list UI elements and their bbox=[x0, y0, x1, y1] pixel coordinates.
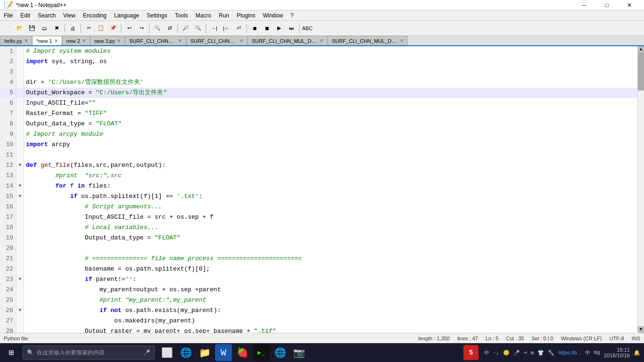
menu-tools[interactable]: Tools bbox=[171, 10, 192, 20]
unindent-button[interactable]: |← bbox=[221, 23, 232, 34]
menu-help[interactable]: ? bbox=[287, 10, 297, 20]
spellcheck-button[interactable]: ABC bbox=[302, 23, 313, 34]
title-bar: 📝 *new 1 - Notepad++ ─ □ ✕ bbox=[0, 0, 644, 10]
minimize-button[interactable]: ─ bbox=[573, 0, 595, 10]
indent-button[interactable]: →| bbox=[208, 23, 220, 34]
menu-macro[interactable]: Macro bbox=[192, 10, 215, 20]
line-7: 7 Raster_Format = "TIFF" bbox=[0, 108, 637, 119]
taskbar: ⊞ 🔍 在这里输入你要搜索的内容 🎤 ⬜ 🌐 📁 W 🍓 ▶_ 🌐 📷 S 中 … bbox=[0, 343, 644, 362]
menu-plugins[interactable]: Plugins bbox=[233, 10, 259, 20]
notifications-button[interactable]: 🔔 bbox=[634, 350, 640, 356]
find-button[interactable]: 🔍 bbox=[152, 23, 163, 34]
scroll-up-button[interactable]: ▲ bbox=[638, 46, 644, 53]
tab-close-new3-py[interactable]: ✕ bbox=[117, 38, 121, 43]
chinese-label: 中 bbox=[484, 349, 489, 356]
close-button[interactable]: ✕ bbox=[619, 0, 640, 10]
tab-surf-tem2[interactable]: SURF_CLI_CHN_MUL_DAY-TEM-12001-195103.TX… bbox=[328, 36, 408, 45]
menu-language[interactable]: Language bbox=[110, 10, 143, 20]
tab-new1[interactable]: *new 1 ✕ bbox=[32, 36, 62, 45]
tab-close-new2[interactable]: ✕ bbox=[82, 38, 86, 43]
terminal-button[interactable]: ▶_ bbox=[253, 344, 270, 361]
macro-play-button[interactable]: ▶ bbox=[273, 23, 285, 34]
charset-label: UTF-8 bbox=[609, 336, 624, 341]
editor-container: 1 # Import system modules 2 import sys, … bbox=[0, 46, 644, 333]
tab-hello-py[interactable]: hello.py ✕ bbox=[0, 36, 32, 45]
app6-button[interactable]: 🍓 bbox=[234, 344, 251, 361]
menu-settings[interactable]: Settings bbox=[143, 10, 171, 20]
edge-button[interactable]: 🌐 bbox=[177, 344, 194, 361]
tab-surf-meta[interactable]: SURF_CLI_CHN_MUL_DAY_META_C... ✕ bbox=[125, 36, 186, 45]
line-16: 16 # Script arguments... bbox=[0, 202, 637, 212]
toolbar-separator-3 bbox=[121, 24, 122, 33]
tab-label: SURF_CLI_CHN_MUL_DAY-TEM-12001-195103.TX… bbox=[332, 38, 398, 44]
word-button[interactable]: W bbox=[215, 344, 232, 361]
menu-view[interactable]: View bbox=[59, 10, 79, 20]
menu-run[interactable]: Run bbox=[215, 10, 233, 20]
line-13: 13 #print "src:",src bbox=[0, 171, 637, 181]
copy-button[interactable]: 📋 bbox=[95, 23, 107, 34]
tab-close-surf-meta[interactable]: ✕ bbox=[178, 38, 182, 43]
start-button[interactable]: ⊞ bbox=[0, 343, 23, 362]
sogou-icon: S bbox=[463, 345, 479, 360]
search-placeholder: 在这里输入你要搜索的内容 bbox=[37, 349, 105, 357]
zoom-in-button[interactable]: 🔎 bbox=[180, 23, 191, 34]
scroll-track[interactable] bbox=[638, 53, 644, 326]
macro-stop-button[interactable]: ⏹ bbox=[261, 23, 272, 34]
menu-search[interactable]: Search bbox=[34, 10, 59, 20]
date-label: 2018/10/16 bbox=[604, 353, 630, 358]
tab-close-new1[interactable]: ✕ bbox=[54, 38, 58, 43]
clock[interactable]: 19:11 2018/10/16 bbox=[604, 347, 630, 358]
redo-button[interactable]: ↪ bbox=[136, 23, 147, 34]
tab-close-surf-docu[interactable]: ✕ bbox=[239, 38, 243, 43]
line-10: 10 import arcpy bbox=[0, 140, 637, 150]
tab-close-hello-py[interactable]: ✕ bbox=[24, 38, 28, 43]
line-8: 8 Output_data_type = "FLOAT" bbox=[0, 119, 637, 129]
camera-button[interactable]: 📷 bbox=[290, 344, 307, 361]
lines-label: lines : 47 bbox=[457, 336, 478, 341]
macro-run-button[interactable]: ⏭ bbox=[286, 23, 297, 34]
line-18: 18 # Local variables... bbox=[0, 222, 637, 233]
save-all-button[interactable]: 🗂 bbox=[39, 23, 50, 34]
ng-icon: Ng bbox=[594, 350, 600, 355]
ln-label: Ln : 5 bbox=[486, 336, 499, 341]
sel-label: Sel : 0 | 0 bbox=[531, 336, 553, 341]
line-23: 23 ▼ if parent!='': bbox=[0, 274, 637, 285]
menu-encoding[interactable]: Encoding bbox=[79, 10, 110, 20]
maximize-button[interactable]: □ bbox=[596, 0, 618, 10]
tab-label: SURF_CLI_CHN_MUL_DAY_DOCU_C... bbox=[190, 38, 238, 44]
undo-button[interactable]: ↩ bbox=[124, 23, 135, 34]
line-27: 27 os.makedirs(my_parent) bbox=[0, 316, 637, 326]
tab-close-surf-tem1[interactable]: ✕ bbox=[320, 38, 323, 43]
tool-icon: 🔧 bbox=[548, 350, 554, 356]
cut-button[interactable]: ✂ bbox=[83, 23, 94, 34]
close-doc-button[interactable]: ✖ bbox=[51, 23, 62, 34]
paste-button[interactable]: 📌 bbox=[107, 23, 119, 34]
window-title: *new 1 - Notepad++ bbox=[16, 2, 66, 8]
find-replace-button[interactable]: ⇄ bbox=[164, 23, 175, 34]
wrap-button[interactable]: ⏎ bbox=[233, 23, 244, 34]
menu-edit[interactable]: Edit bbox=[17, 10, 34, 20]
new-button[interactable]: 📄 bbox=[2, 23, 13, 34]
tab-new3-py[interactable]: new 3.py ✕ bbox=[90, 36, 125, 45]
tab-new2[interactable]: new 2 ✕ bbox=[62, 36, 90, 45]
macro-rec-button[interactable]: ⏺ bbox=[249, 23, 260, 34]
print-button[interactable]: 🖨 bbox=[67, 23, 78, 34]
scroll-down-button[interactable]: ▼ bbox=[638, 326, 644, 333]
search-box[interactable]: 🔍 在这里输入你要搜索的内容 🎤 bbox=[23, 346, 155, 360]
scroll-thumb[interactable] bbox=[638, 53, 644, 90]
menu-window[interactable]: Window bbox=[259, 10, 287, 20]
col-label: Col : 35 bbox=[506, 336, 524, 341]
zoom-out-button[interactable]: 🔍 bbox=[192, 23, 204, 34]
tab-surf-docu[interactable]: SURF_CLI_CHN_MUL_DAY_DOCU_C... ✕ bbox=[186, 36, 248, 45]
tab-surf-tem1[interactable]: SURF_CLI_CHN_MUL_DAY-TEM-12001-201001.TX… bbox=[248, 36, 328, 45]
tab-close-surf-tem2[interactable]: ✕ bbox=[400, 38, 404, 43]
save-button[interactable]: 💾 bbox=[26, 23, 38, 34]
browser2-button[interactable]: 🌐 bbox=[272, 344, 289, 361]
taskview-button[interactable]: ⬜ bbox=[158, 344, 175, 361]
explorer-button[interactable]: 📁 bbox=[196, 344, 213, 361]
vertical-scrollbar[interactable]: ▲ ▼ bbox=[637, 46, 644, 333]
open-button[interactable]: 📂 bbox=[14, 23, 25, 34]
code-editor[interactable]: 1 # Import system modules 2 import sys, … bbox=[0, 46, 637, 333]
menu-file[interactable]: File bbox=[0, 10, 17, 20]
toolbar-separator-2 bbox=[80, 24, 81, 33]
